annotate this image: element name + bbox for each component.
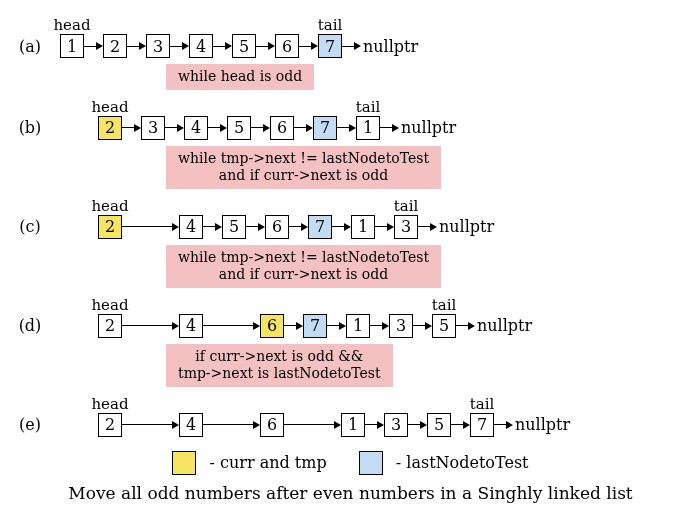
node: 2 xyxy=(98,215,122,239)
arrow xyxy=(122,223,179,231)
arrow xyxy=(408,421,427,429)
arrow xyxy=(284,322,303,330)
node: 6 xyxy=(260,413,284,437)
arrow xyxy=(203,322,260,330)
legend-curr-tmp: - curr and tmp xyxy=(172,451,326,475)
node: 3 xyxy=(384,413,408,437)
row-label: (b) xyxy=(6,118,54,137)
node: 5 xyxy=(432,314,456,338)
arrow xyxy=(122,124,141,132)
node: 6 xyxy=(275,34,299,58)
head-label: head xyxy=(91,296,128,314)
tail-label: tail xyxy=(394,197,419,215)
arrow xyxy=(289,223,308,231)
arrow xyxy=(451,421,470,429)
swatch-blue xyxy=(359,451,383,475)
row-c: (c)2head456713tailnullptr xyxy=(6,215,689,239)
nullptr: nullptr xyxy=(363,37,418,56)
node: 5 xyxy=(427,413,451,437)
arrow xyxy=(327,322,346,330)
node: 4 xyxy=(179,215,203,239)
node: 4 xyxy=(179,314,203,338)
arrow xyxy=(127,42,146,50)
node: 1 xyxy=(341,413,365,437)
arrow xyxy=(122,322,179,330)
caption: Move all odd numbers after even numbers … xyxy=(6,483,689,503)
node: 7 xyxy=(303,314,327,338)
node: 3 xyxy=(146,34,170,58)
legend-curr-label: - curr and tmp xyxy=(210,452,327,471)
node: 1 xyxy=(356,116,380,140)
node: 6 xyxy=(265,215,289,239)
condition-box: while tmp->next != lastNodetoTestand if … xyxy=(166,146,441,189)
row-e: (e)2head461357tailnullptr xyxy=(6,413,689,437)
arrow xyxy=(256,42,275,50)
arrow xyxy=(246,223,265,231)
nullptr: nullptr xyxy=(401,118,456,137)
node: 7 xyxy=(318,34,342,58)
arrow xyxy=(456,322,475,330)
tail-label: tail xyxy=(356,98,381,116)
node: 6 xyxy=(270,116,294,140)
head-label: head xyxy=(91,98,128,116)
node: 6 xyxy=(260,314,284,338)
nullptr: nullptr xyxy=(515,415,570,434)
legend-last-label: - lastNodetoTest xyxy=(396,452,529,471)
node: 3 xyxy=(389,314,413,338)
head-label: head xyxy=(53,16,90,34)
legend: - curr and tmp - lastNodetoTest xyxy=(6,451,689,475)
head-label: head xyxy=(91,395,128,413)
arrow xyxy=(494,421,513,429)
row-label: (d) xyxy=(6,316,54,335)
linked-list-diagram: (a)1head234567tailnullptrwhile head is o… xyxy=(6,10,689,437)
row-b: (b)2head345671tailnullptr xyxy=(6,116,689,140)
node: 2 xyxy=(98,116,122,140)
head-label: head xyxy=(91,197,128,215)
condition-box: while head is odd xyxy=(166,64,314,90)
arrow xyxy=(203,421,260,429)
node: 2 xyxy=(98,314,122,338)
arrow xyxy=(342,42,361,50)
arrow xyxy=(413,322,432,330)
node: 1 xyxy=(60,34,84,58)
arrow xyxy=(375,223,394,231)
condition-box: while tmp->next != lastNodetoTestand if … xyxy=(166,245,441,288)
node: 5 xyxy=(232,34,256,58)
tail-label: tail xyxy=(470,395,495,413)
arrow xyxy=(213,42,232,50)
arrow xyxy=(122,421,179,429)
arrow xyxy=(299,42,318,50)
node: 1 xyxy=(346,314,370,338)
row-label: (a) xyxy=(6,37,54,56)
swatch-yellow xyxy=(172,451,196,475)
nullptr: nullptr xyxy=(477,316,532,335)
arrow xyxy=(208,124,227,132)
row-label: (e) xyxy=(6,415,54,434)
node: 7 xyxy=(313,116,337,140)
node: 5 xyxy=(222,215,246,239)
condition-box: if curr->next is odd &&tmp->next is last… xyxy=(166,344,393,387)
arrow xyxy=(332,223,351,231)
node: 5 xyxy=(227,116,251,140)
row-label: (c) xyxy=(6,217,54,236)
node: 3 xyxy=(141,116,165,140)
row-d: (d)2head467135tailnullptr xyxy=(6,314,689,338)
tail-label: tail xyxy=(318,16,343,34)
legend-lastnode: - lastNodetoTest xyxy=(359,451,529,475)
node: 1 xyxy=(351,215,375,239)
node: 3 xyxy=(394,215,418,239)
node: 7 xyxy=(308,215,332,239)
arrow xyxy=(165,124,184,132)
node: 4 xyxy=(184,116,208,140)
arrow xyxy=(370,322,389,330)
arrow xyxy=(251,124,270,132)
arrow xyxy=(365,421,384,429)
arrow xyxy=(170,42,189,50)
nullptr: nullptr xyxy=(439,217,494,236)
node: 4 xyxy=(189,34,213,58)
node: 4 xyxy=(179,413,203,437)
arrow xyxy=(380,124,399,132)
arrow xyxy=(84,42,103,50)
tail-label: tail xyxy=(432,296,457,314)
arrow xyxy=(337,124,356,132)
